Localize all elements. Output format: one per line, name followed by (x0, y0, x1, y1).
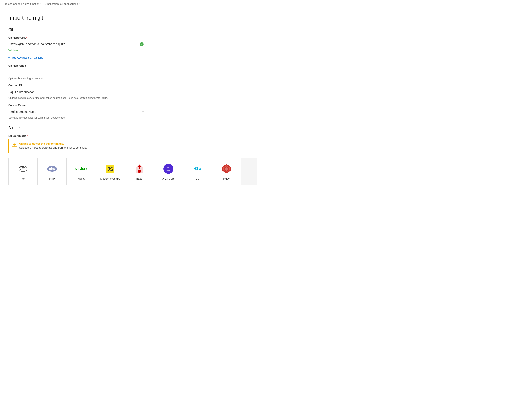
context-dir-label: Context Dir (8, 84, 258, 87)
source-secret-select-wrapper: Select Secret Name ▾ (8, 108, 145, 115)
project-nav-item[interactable]: Project: cheese-quizz-function ▾ (3, 2, 41, 5)
warning-text: Select the most appropriate one from the… (19, 146, 87, 149)
git-repo-url-label: Git Repo URL* (8, 36, 258, 39)
validated-text: Validated (8, 49, 258, 52)
application-label: Application: all applications (46, 2, 78, 5)
builder-card-ruby[interactable]: Ruby (212, 158, 241, 185)
svg-rect-8 (138, 170, 140, 173)
source-secret-group: Source Secret Select Secret Name ▾ Secre… (8, 104, 258, 119)
git-reference-label: Git Reference (8, 64, 258, 67)
warning-triangle-icon: ! (12, 143, 17, 147)
svg-text:.NET: .NET (166, 167, 171, 169)
svg-text:·Go: ·Go (194, 166, 201, 171)
project-chevron-icon: ▾ (40, 3, 41, 5)
perl-label: Perl (20, 177, 25, 180)
svg-point-1 (19, 166, 27, 172)
go-icon: ·Go (192, 163, 203, 175)
svg-point-16 (225, 167, 228, 171)
builder-image-label: Builder Image* (8, 134, 258, 138)
git-reference-hint: Optional branch, tag, or commit. (8, 77, 258, 80)
perl-icon (17, 163, 29, 175)
builder-image-group: Builder Image* ! Unable to detect the bu… (8, 134, 258, 186)
svg-text:!: ! (14, 144, 15, 146)
validated-check-icon: ✓ (140, 42, 144, 46)
git-repo-url-wrapper: ✓ (8, 40, 145, 48)
warning-content: Unable to detect the builder image. Sele… (19, 142, 87, 149)
context-dir-hint: Optional subdirectory for the applicatio… (8, 97, 258, 99)
modern-webapp-label: Modern Webapp (100, 177, 120, 180)
builder-card-php[interactable]: php PHP (37, 158, 67, 185)
context-dir-input[interactable] (8, 88, 145, 96)
builder-card-perl[interactable]: Perl (9, 158, 37, 185)
builder-required-star: * (27, 134, 28, 138)
builder-image-cards: Perl php PHP NGiNX (8, 158, 258, 186)
builder-section: Builder Builder Image* ! Unable to detec… (8, 126, 258, 186)
php-label: PHP (49, 177, 55, 180)
git-reference-group: Git Reference Optional branch, tag, or c… (8, 64, 258, 80)
svg-point-9 (163, 164, 173, 174)
git-section: Git Git Repo URL* ✓ Validated ▾ Hide Adv… (8, 28, 258, 119)
builder-card-nginx[interactable]: NGiNX Nginx (67, 158, 96, 185)
source-secret-select[interactable]: Select Secret Name (8, 108, 145, 115)
builder-card-dotnet[interactable]: .NET Core .NET Core (154, 158, 183, 185)
required-star: * (26, 36, 28, 39)
main-content: Import from git Git Git Repo URL* ✓ Vali… (0, 8, 266, 196)
chevron-down-icon: ▾ (8, 56, 9, 59)
svg-text:Core: Core (166, 169, 170, 171)
dotnet-label: .NET Core (162, 177, 175, 180)
nginx-label: Nginx (78, 177, 84, 180)
source-secret-hint: Secret with credentials for pulling your… (8, 116, 258, 119)
ruby-label: Ruby (223, 177, 229, 180)
svg-text:NGiNX: NGiNX (75, 167, 87, 171)
builder-card-go[interactable]: ·Go Go (183, 158, 212, 185)
svg-text:JS: JS (107, 166, 113, 172)
svg-point-2 (22, 167, 24, 168)
builder-section-title: Builder (8, 126, 258, 130)
builder-card-more[interactable] (241, 158, 258, 185)
git-section-title: Git (8, 28, 258, 32)
httpd-label: Httpd (136, 177, 142, 180)
advanced-toggle-label: Hide Advanced Git Options (11, 56, 43, 59)
nginx-icon: NGiNX (75, 163, 87, 175)
top-nav: Project: cheese-quizz-function ▾ Applica… (0, 0, 532, 8)
context-dir-group: Context Dir Optional subdirectory for th… (8, 84, 258, 99)
git-repo-url-group: Git Repo URL* ✓ Validated (8, 36, 258, 52)
php-icon: php (46, 163, 58, 175)
builder-warning-banner: ! Unable to detect the builder image. Se… (8, 139, 258, 153)
source-secret-label: Source Secret (8, 104, 258, 107)
project-label: Project: cheese-quizz-function (3, 2, 39, 5)
page-title: Import from git (8, 15, 258, 21)
application-nav-item[interactable]: Application: all applications ▾ (46, 2, 80, 5)
application-chevron-icon: ▾ (79, 3, 80, 5)
warning-title: Unable to detect the builder image. (19, 142, 87, 145)
go-label: Go (196, 177, 199, 180)
modern-webapp-icon: JS (104, 163, 116, 175)
svg-text:php: php (49, 167, 55, 170)
builder-card-modern-webapp[interactable]: JS Modern Webapp (96, 158, 125, 185)
git-repo-url-input[interactable] (8, 40, 145, 48)
git-reference-input[interactable] (8, 68, 145, 76)
advanced-git-options-toggle[interactable]: ▾ Hide Advanced Git Options (8, 56, 258, 59)
ruby-icon (221, 163, 232, 175)
httpd-icon (133, 163, 145, 175)
builder-card-httpd[interactable]: Httpd (125, 158, 154, 185)
dotnet-icon: .NET Core (163, 163, 174, 175)
